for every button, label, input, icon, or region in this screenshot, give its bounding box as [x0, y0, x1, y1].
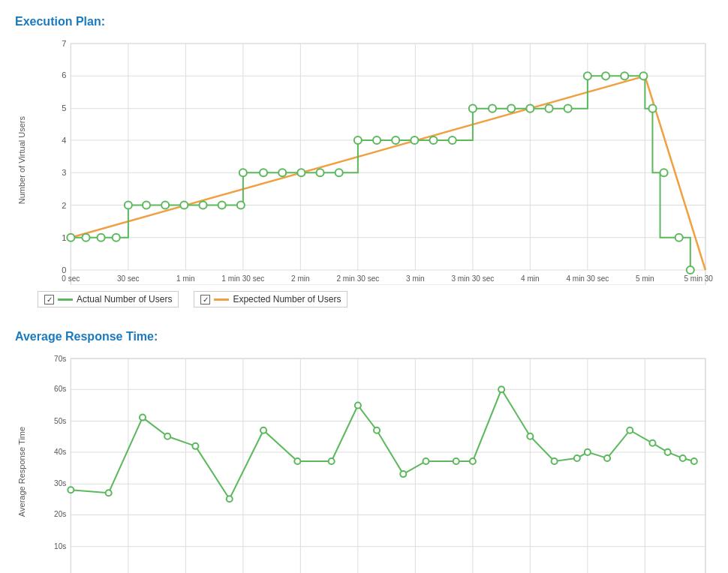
execution-plan-svg: 0 1 2 3 4 5 6 7 — [33, 36, 713, 285]
legend-actual-label: Actual Number of Users — [77, 294, 172, 304]
svg-point-129 — [374, 428, 380, 434]
svg-text:30s: 30s — [54, 479, 66, 488]
svg-text:6: 6 — [62, 70, 66, 80]
avg-response-time-svg: 10s 20s 30s 40s 50s 60s 70s — [33, 351, 713, 573]
svg-text:5: 5 — [62, 104, 66, 112]
svg-point-65 — [469, 105, 477, 112]
svg-text:4 min 30 sec: 4 min 30 sec — [566, 274, 609, 283]
svg-rect-0 — [71, 44, 705, 285]
svg-point-120 — [106, 490, 112, 496]
svg-point-48 — [161, 201, 169, 208]
svg-point-60 — [373, 136, 381, 144]
svg-text:5 min 30 sec: 5 min 30 sec — [684, 274, 713, 283]
svg-text:30 sec: 30 sec — [117, 274, 140, 283]
avg-response-time-chart-area: Average Response Time 10s 20 — [15, 351, 713, 573]
svg-point-76 — [660, 169, 668, 176]
svg-point-74 — [639, 72, 647, 80]
svg-point-138 — [585, 449, 591, 455]
svg-point-42 — [67, 234, 74, 242]
svg-text:4 min: 4 min — [521, 274, 540, 283]
svg-point-67 — [507, 105, 515, 112]
svg-point-142 — [665, 449, 671, 455]
svg-text:2 min: 2 min — [291, 274, 310, 283]
svg-point-55 — [278, 169, 286, 176]
svg-text:7: 7 — [62, 39, 66, 48]
svg-point-57 — [317, 169, 324, 176]
svg-point-75 — [648, 105, 656, 112]
svg-rect-79 — [71, 358, 705, 573]
svg-point-122 — [164, 434, 170, 440]
svg-point-50 — [199, 201, 206, 208]
svg-point-135 — [527, 434, 533, 440]
svg-point-127 — [329, 458, 335, 464]
legend-actual-checkbox[interactable]: ✓ — [44, 295, 54, 304]
svg-text:3: 3 — [62, 168, 66, 177]
svg-text:50s: 50s — [54, 417, 66, 425]
svg-point-71 — [584, 72, 591, 80]
svg-point-123 — [192, 443, 198, 449]
svg-text:3 min: 3 min — [406, 274, 425, 283]
svg-text:1 min: 1 min — [176, 274, 195, 283]
legend-expected: ✓ Expected Number of Users — [194, 291, 347, 308]
svg-point-125 — [260, 428, 266, 434]
svg-point-134 — [498, 386, 504, 392]
svg-text:3 min 30 sec: 3 min 30 sec — [451, 274, 494, 283]
legend-expected-checkbox[interactable]: ✓ — [200, 295, 210, 304]
svg-point-53 — [239, 169, 247, 176]
svg-point-73 — [621, 72, 628, 80]
svg-point-124 — [227, 496, 233, 502]
svg-point-56 — [297, 169, 305, 176]
svg-point-139 — [604, 455, 610, 461]
svg-text:10s: 10s — [54, 542, 66, 550]
legend-expected-label: Expected Number of Users — [233, 294, 341, 304]
execution-plan-legend: ✓ Actual Number of Users ✓ Expected Numb… — [38, 291, 713, 308]
legend-actual-line — [58, 298, 73, 301]
svg-point-78 — [687, 266, 694, 274]
svg-point-140 — [627, 428, 633, 434]
svg-point-45 — [113, 234, 120, 242]
avg-response-time-title: Average Response Time: — [15, 330, 713, 344]
svg-point-128 — [355, 403, 361, 409]
svg-point-52 — [237, 201, 245, 208]
svg-point-121 — [140, 415, 146, 421]
avg-response-time-y-axis-label: Average Response Time — [15, 351, 29, 573]
svg-text:40s: 40s — [54, 448, 66, 456]
legend-expected-line — [214, 298, 229, 301]
svg-point-44 — [98, 234, 105, 242]
svg-point-137 — [574, 455, 580, 461]
svg-text:0 sec: 0 sec — [62, 274, 80, 283]
svg-point-47 — [143, 201, 150, 208]
legend-actual: ✓ Actual Number of Users — [38, 291, 179, 308]
svg-point-63 — [429, 136, 437, 144]
svg-text:1: 1 — [62, 233, 66, 242]
avg-response-time-chart-inner: 10s 20s 30s 40s 50s 60s 70s — [33, 351, 713, 573]
svg-point-133 — [470, 458, 476, 464]
svg-text:0: 0 — [62, 266, 66, 274]
svg-point-126 — [294, 458, 300, 464]
execution-plan-section: Execution Plan: Number of Virtual Users — [15, 15, 713, 308]
svg-text:70s: 70s — [54, 355, 66, 363]
svg-text:2: 2 — [62, 201, 66, 210]
execution-plan-y-axis-label: Number of Virtual Users — [15, 36, 29, 285]
svg-point-141 — [649, 440, 655, 446]
svg-point-130 — [400, 471, 406, 477]
svg-point-143 — [680, 455, 686, 461]
svg-text:2 min 30 sec: 2 min 30 sec — [336, 274, 379, 283]
svg-point-49 — [180, 201, 188, 208]
svg-point-132 — [453, 458, 459, 464]
svg-text:1 min 30 sec: 1 min 30 sec — [221, 274, 264, 283]
svg-point-119 — [68, 487, 74, 493]
svg-point-77 — [675, 234, 683, 242]
svg-point-54 — [260, 169, 267, 176]
svg-point-51 — [218, 201, 226, 208]
svg-point-64 — [449, 136, 456, 144]
svg-text:4: 4 — [62, 136, 66, 145]
svg-text:20s: 20s — [54, 511, 66, 519]
svg-text:60s: 60s — [54, 386, 66, 394]
svg-point-69 — [546, 105, 553, 112]
svg-text:5 min: 5 min — [636, 274, 654, 283]
svg-point-136 — [552, 458, 558, 464]
svg-point-43 — [82, 234, 89, 242]
svg-point-61 — [392, 136, 399, 144]
svg-point-46 — [125, 201, 132, 208]
